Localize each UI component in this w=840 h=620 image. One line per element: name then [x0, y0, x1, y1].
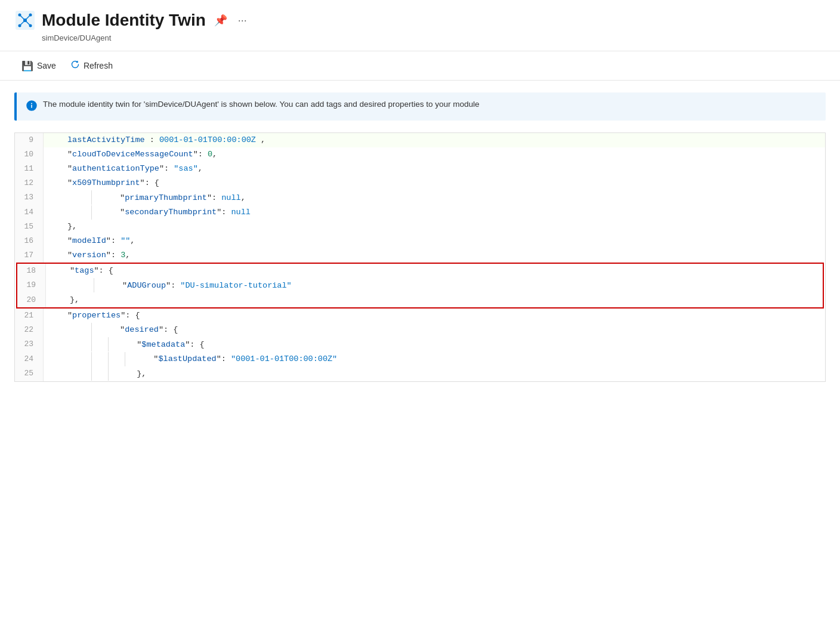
- code-line-25: 25 },: [15, 366, 825, 381]
- code-line-21: 21 "properties": {: [15, 309, 825, 323]
- code-line-18: 18 "tags": {: [16, 263, 824, 278]
- code-line-13: 13 "primaryThumbprint": null,: [15, 190, 825, 205]
- code-line-11: 11 "authenticationType": "sas",: [15, 162, 825, 176]
- save-icon: 💾: [21, 60, 33, 72]
- code-line-24: 24 "$lastUpdated": "0001-01-01T00:00:00Z…: [15, 352, 825, 367]
- code-line-12: 12 "x509Thumbprint": {: [15, 176, 825, 190]
- save-label: Save: [37, 61, 56, 70]
- page-subtitle: simDevice/DUAgent: [42, 33, 826, 42]
- code-line-23: 23 "$metadata": {: [15, 337, 825, 352]
- refresh-icon: [70, 60, 80, 72]
- code-line-15: 15 },: [15, 220, 825, 234]
- pin-icon[interactable]: 📌: [212, 11, 230, 29]
- info-icon: [26, 100, 37, 113]
- info-text: The module identity twin for 'simDevice/…: [43, 100, 480, 109]
- code-line-10: 10 "cloudToDeviceMessageCount": 0,: [15, 147, 825, 162]
- info-banner: The module identity twin for 'simDevice/…: [14, 92, 826, 121]
- title-row: Module Identity Twin 📌 ···: [14, 10, 826, 31]
- code-line-19: 19 "ADUGroup": "DU-simulator-tutorial": [16, 278, 824, 293]
- code-line-20: 20 },: [16, 293, 824, 309]
- more-icon[interactable]: ···: [236, 12, 249, 29]
- save-button[interactable]: 💾 Save: [14, 57, 63, 75]
- refresh-button[interactable]: Refresh: [63, 56, 120, 75]
- code-line-22: 22 "desired": {: [15, 323, 825, 338]
- toolbar: 💾 Save Refresh: [0, 51, 840, 81]
- code-line-14: 14 "secondaryThumbprint": null: [15, 205, 825, 220]
- code-line-9: 9 lastActivityTime : 0001-01-01T00:00:00…: [15, 133, 825, 147]
- app-icon: [14, 10, 36, 31]
- code-line-17: 17 "version": 3,: [15, 248, 825, 263]
- page-title: Module Identity Twin: [42, 10, 206, 30]
- page-header: Module Identity Twin 📌 ··· simDevice/DUA…: [0, 0, 840, 42]
- refresh-label: Refresh: [84, 61, 113, 70]
- code-editor[interactable]: 9 lastActivityTime : 0001-01-01T00:00:00…: [14, 132, 826, 382]
- svg-rect-11: [31, 105, 32, 109]
- svg-point-12: [31, 103, 32, 104]
- code-line-16: 16 "modelId": "",: [15, 234, 825, 248]
